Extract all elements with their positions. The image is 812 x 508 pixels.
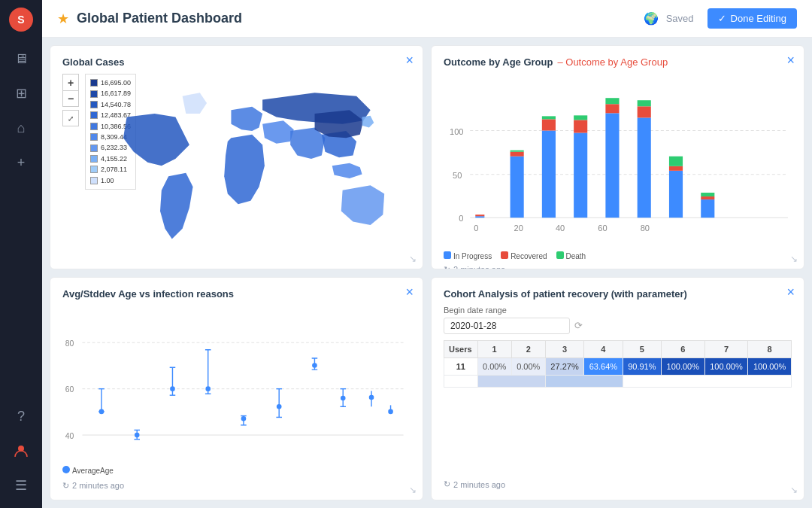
scatter-svg: 40 60 80 [62,306,411,461]
svg-rect-26 [638,117,651,217]
cohort-table: Users 1 2 3 4 5 6 7 8 11 [444,340,792,388]
page-title: Global Patient Dashboard [77,11,633,26]
svg-text:100: 100 [450,127,463,136]
sidebar-logo[interactable]: S [9,8,33,32]
cohort-cell-8: 100.00% [748,357,792,375]
svg-rect-16 [511,151,524,152]
svg-rect-27 [638,106,651,117]
cohort-time: 2 minutes ago [453,480,505,489]
zoom-in-button[interactable]: + [62,74,79,90]
svg-rect-22 [574,115,587,120]
svg-point-64 [277,403,282,409]
outcome-age-close[interactable]: × [786,53,795,67]
svg-text:20: 20 [514,224,523,233]
date-input-row: ⟳ [444,318,792,334]
svg-text:0: 0 [474,224,478,233]
svg-rect-25 [605,98,619,104]
main-content: ★ Global Patient Dashboard 🌍 Saved ✓ Don… [42,0,812,508]
svg-rect-24 [605,104,619,113]
svg-rect-17 [542,130,556,217]
cohort-header-6: 6 [662,340,705,357]
bar-chart-container: 0 50 100 0 20 40 60 80 [444,74,792,260]
svg-point-72 [341,395,346,400]
favorite-star[interactable]: ★ [57,11,69,27]
resize-handle-2[interactable]: ↘ [790,254,798,264]
svg-point-68 [312,363,317,368]
outcome-age-footer: ↻ 2 minutes ago [444,260,792,269]
svg-rect-19 [542,116,556,119]
svg-rect-31 [669,157,683,166]
sidebar-item-monitor[interactable]: 🖥 [6,44,36,74]
svg-rect-32 [701,199,714,217]
cohort-title: Cohort Analysis of patient recovery (wit… [444,288,792,300]
calendar-icon[interactable]: ⟳ [574,320,583,331]
cohort-users-count: 11 [444,357,478,375]
cohort-cell-5: 90.91% [623,357,661,375]
outcome-age-legend: In Progress Recovered Death [444,251,792,260]
cohort-header-2: 2 [511,340,545,357]
cohort-cell-7: 100.00% [704,357,748,375]
sidebar-item-menu[interactable]: ☰ [6,470,36,500]
svg-rect-12 [475,216,484,217]
refresh-icon-2: ↻ [444,265,450,269]
resize-handle-4[interactable]: ↘ [790,485,798,495]
dashboard-grid: Global Cases × + − ⤢ 16,695.00 16,617.89… [42,38,812,508]
sidebar: S 🖥 ⊞ ⌂ + ? ☰ [0,0,42,508]
cohort-header-7: 7 [704,340,748,357]
sidebar-item-add[interactable]: + [6,148,36,178]
resize-handle[interactable]: ↘ [409,254,417,264]
avg-age-legend: AverageAge [62,464,411,476]
outcome-age-subtitle: – Outcome by Age Group [557,56,668,68]
scatter-container: 40 60 80 [62,306,411,461]
outcome-age-title: Outcome by Age Group – Outcome by Age Gr… [444,56,792,68]
cohort-header-1: 1 [477,340,511,357]
expand-button[interactable]: ⤢ [62,110,79,126]
svg-text:0: 0 [459,214,463,223]
avg-age-close[interactable]: × [405,285,414,299]
svg-point-74 [369,394,374,400]
svg-rect-28 [638,100,651,106]
global-cases-close[interactable]: × [405,53,414,67]
svg-point-60 [241,416,247,421]
sidebar-item-help[interactable]: ? [6,401,36,431]
date-range-label: Begin date range [444,306,792,315]
header: ★ Global Patient Dashboard 🌍 Saved ✓ Don… [42,0,812,38]
outcome-age-time: 2 minutes ago [453,265,505,269]
svg-text:60: 60 [65,385,74,394]
sidebar-item-user[interactable] [6,436,36,466]
cohort-cell-3: 27.27% [545,357,583,375]
svg-rect-30 [669,166,683,171]
avg-age-title: Avg/Stddev Age vs infection reasons [62,288,411,300]
header-emoji: 🌍 [644,11,659,26]
cohort-empty-1 [477,375,545,387]
zoom-out-button[interactable]: − [62,90,79,107]
cohort-close[interactable]: × [786,285,795,299]
map-controls: + − ⤢ [62,74,79,126]
svg-rect-13 [475,214,484,216]
svg-rect-34 [701,193,714,196]
done-editing-button[interactable]: ✓ Done Editing [707,8,797,29]
avg-age-card: Avg/Stddev Age vs infection reasons × 40… [50,277,423,501]
cohort-header-5: 5 [623,340,661,357]
sidebar-item-home[interactable]: ⌂ [6,113,36,143]
checkmark-icon: ✓ [718,13,726,24]
sidebar-item-image[interactable]: ⊞ [6,78,36,108]
resize-handle-3[interactable]: ↘ [409,485,417,495]
cohort-cell-4: 63.64% [584,357,623,375]
date-input[interactable] [444,318,570,334]
saved-status: Saved [666,13,694,24]
svg-rect-15 [511,152,524,157]
cohort-cell-6: 100.00% [662,357,705,375]
svg-rect-20 [574,133,587,218]
refresh-icon-3: ↻ [62,481,69,491]
svg-rect-21 [574,120,587,132]
cohort-empty-2 [545,375,623,387]
svg-text:40: 40 [556,224,565,233]
svg-rect-29 [669,171,683,217]
cohort-header-4: 4 [584,340,623,357]
cohort-cell-1: 0.00% [477,357,511,375]
svg-text:60: 60 [598,224,607,233]
world-map [62,74,411,269]
svg-point-76 [388,409,393,414]
global-cases-title: Global Cases [62,56,411,68]
